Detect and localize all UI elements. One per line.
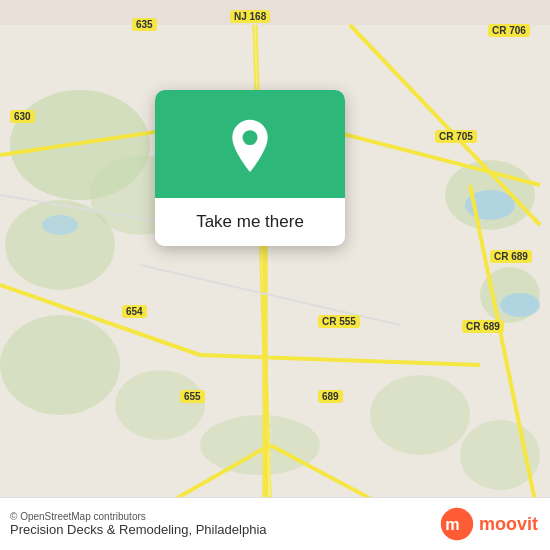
osm-credit: © OpenStreetMap contributors (10, 511, 267, 522)
route-badge-r689: 689 (318, 390, 343, 403)
route-badge-r655: 655 (180, 390, 205, 403)
route-badge-r630: 630 (10, 110, 35, 123)
map-container: 635NJ 168CR 706630CR 705CR 689654CR 555C… (0, 0, 550, 550)
location-name: Precision Decks & Remodeling, Philadelph… (10, 522, 267, 537)
moovit-logo[interactable]: m moovit (439, 506, 538, 542)
bottom-bar: © OpenStreetMap contributors Precision D… (0, 497, 550, 550)
route-badge-rCR706: CR 706 (488, 24, 530, 37)
svg-point-13 (42, 215, 78, 235)
route-badge-rCR705: CR 705 (435, 130, 477, 143)
route-badge-rCR555: CR 555 (318, 315, 360, 328)
moovit-wordmark: moovit (479, 514, 538, 535)
svg-text:m: m (445, 515, 459, 533)
moovit-brand-icon: m (439, 506, 475, 542)
svg-point-8 (200, 415, 320, 475)
svg-point-10 (460, 420, 540, 490)
route-badge-rCR689b: CR 689 (462, 320, 504, 333)
map-pin-icon (226, 118, 274, 174)
svg-point-7 (115, 370, 205, 440)
svg-point-9 (370, 375, 470, 455)
popup-card: Take me there (155, 90, 345, 246)
route-badge-r654: 654 (122, 305, 147, 318)
take-me-there-button[interactable]: Take me there (155, 198, 345, 246)
svg-point-30 (243, 130, 258, 145)
bottom-bar-info: © OpenStreetMap contributors Precision D… (10, 511, 267, 537)
map-background (0, 0, 550, 550)
svg-point-6 (0, 315, 120, 415)
route-badge-rNJ168: NJ 168 (230, 10, 270, 23)
route-badge-r635: 635 (132, 18, 157, 31)
route-badge-rCR689a: CR 689 (490, 250, 532, 263)
popup-green-area (155, 90, 345, 198)
svg-point-12 (500, 293, 540, 317)
